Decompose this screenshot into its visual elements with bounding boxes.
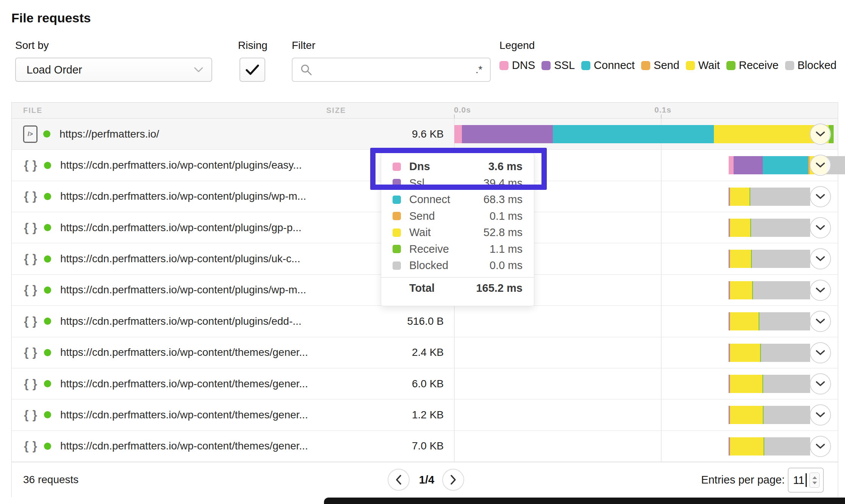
file-cell: { } https://cdn.perfmatters.io/wp-conten… [23,399,308,430]
legend-item-label: DNS [512,59,535,72]
tooltip-row: Receive1.1 ms [393,241,523,258]
file-cell: { } https://cdn.perfmatters.io/wp-conten… [23,306,302,337]
column-header-file: FILE [23,106,42,115]
column-header-size: SIZE [326,106,346,115]
file-size: 516.0 B [326,306,444,337]
sort-by-label: Sort by [15,39,49,52]
row-expand-button[interactable] [810,248,831,269]
number-stepper[interactable] [809,473,820,488]
file-cell: { } https://cdn.perfmatters.io/wp-conten… [23,212,302,243]
tooltip-swatch-dns-icon [393,163,401,171]
table-row[interactable]: { } https://cdn.perfmatters.io/wp-conten… [12,306,838,337]
row-expand-button[interactable] [810,155,831,176]
legend-item: Receive [726,59,779,72]
bar-segment-ssl [462,125,553,143]
page-indicator: 1/4 [413,462,440,497]
file-url: https://cdn.perfmatters.io/wp-content/pl… [60,253,300,265]
status-dot [44,193,51,200]
stepper-down-icon[interactable] [812,482,817,484]
row-expand-button[interactable] [810,373,831,394]
waterfall-bar[interactable] [729,250,810,268]
file-cell: { } https://cdn.perfmatters.io/wp-conten… [23,181,306,212]
tooltip-swatch-ssl-icon [393,179,401,187]
rising-checkbox[interactable] [239,58,265,82]
file-url: https://cdn.perfmatters.io/wp-content/pl… [60,190,306,202]
script-braces-icon: { } [23,377,38,391]
row-expand-button[interactable] [810,217,831,238]
file-cell: { } https://cdn.perfmatters.io/wp-conten… [23,275,306,305]
sort-by-select[interactable]: Load Order [15,58,212,82]
status-dot [44,318,51,325]
table-row[interactable]: { } https://cdn.perfmatters.io/wp-conten… [12,431,838,462]
waterfall-bar[interactable] [729,375,810,393]
file-url: https://cdn.perfmatters.io/wp-content/th… [60,440,308,452]
row-expand-button[interactable] [810,124,831,145]
bar-segment-connect [763,156,808,174]
table-row[interactable]: { } https://cdn.perfmatters.io/wp-conten… [12,399,838,430]
legend-item-label: Wait [698,59,720,72]
tooltip-metric-label: Connect [409,193,450,206]
waterfall-bar[interactable] [729,437,810,455]
bar-segment-wait [730,281,752,299]
waterfall-bar[interactable] [729,406,810,424]
legend-item-label: Connect [594,59,635,72]
timeline-gridline [661,119,662,462]
timing-tooltip: Dns3.6 msSsl39.4 msConnect68.3 msSend0.1… [381,153,534,306]
tooltip-row: Dns3.6 ms [393,158,523,175]
row-expand-button[interactable] [810,404,831,426]
timeline-tick-label: 0.1s [654,105,671,114]
file-requests-panel: File requests Sort by Rising Filter Lege… [0,0,845,504]
file-size: 7.0 KB [326,431,444,462]
file-cell: { } https://cdn.perfmatters.io/wp-conten… [23,368,308,399]
waterfall-bar[interactable] [729,312,810,330]
row-expand-button[interactable] [810,436,831,457]
file-cell: { } https://cdn.perfmatters.io/wp-conten… [23,337,308,368]
tooltip-metric-value: 39.4 ms [484,177,523,189]
waterfall-bar[interactable] [729,219,810,237]
tooltip-swatch-receive-icon [393,245,401,253]
waterfall-bar[interactable] [729,344,810,362]
waterfall-bar[interactable] [454,125,834,143]
status-dot [44,286,51,294]
entries-per-page-input[interactable]: 11 [788,468,824,493]
chevron-down-icon [194,67,203,73]
previous-page-button[interactable] [388,469,410,491]
table-row[interactable]: { } https://cdn.perfmatters.io/wp-conten… [12,368,838,399]
tooltip-metric-label: Send [409,210,435,222]
timeline-tick-label: 0.0s [454,105,471,114]
file-url: https://cdn.perfmatters.io/wp-content/pl… [60,284,306,296]
filter-field[interactable]: .* [292,58,491,82]
timeline-tick-mark [661,114,662,118]
row-expand-button[interactable] [810,311,831,332]
legend-swatch-connect-icon [581,61,590,70]
legend-item: DNS [499,59,535,72]
tooltip-total-label: Total [409,282,435,294]
filter-input[interactable] [318,64,476,76]
tooltip-metric-value: 3.6 ms [488,160,523,173]
waterfall-bar[interactable] [729,281,810,299]
next-page-button[interactable] [442,469,464,491]
script-braces-icon: { } [23,439,38,453]
row-expand-button[interactable] [810,342,831,363]
bar-segment-dns [729,156,734,174]
timeline-tick-mark [454,114,455,118]
row-expand-button[interactable] [810,186,831,207]
legend-swatch-ssl-icon [541,61,551,70]
bar-segment-wait [730,375,762,393]
table-row[interactable]: /> https://perfmatters.io/ 9.6 KB [12,119,838,150]
stepper-up-icon[interactable] [812,476,817,479]
entries-per-page-label: Entries per page: [701,462,785,497]
tooltip-metric-value: 0.0 ms [490,259,523,272]
bar-segment-connect [553,125,714,143]
file-url: https://cdn.perfmatters.io/wp-content/pl… [60,159,302,171]
waterfall-bar[interactable] [729,188,810,206]
bar-segment-wait [730,437,764,455]
file-cell: { } https://cdn.perfmatters.io/wp-conten… [23,431,308,462]
bar-segment-ssl [734,156,763,174]
table-row[interactable]: { } https://cdn.perfmatters.io/wp-conten… [12,337,838,368]
legend-item-label: Blocked [798,59,837,72]
row-expand-button[interactable] [810,280,831,301]
tooltip-metric-label: Receive [409,243,449,255]
table-header: FILE SIZE 0.0s0.1s [12,103,838,119]
legend-swatch-blocked-icon [785,61,794,70]
